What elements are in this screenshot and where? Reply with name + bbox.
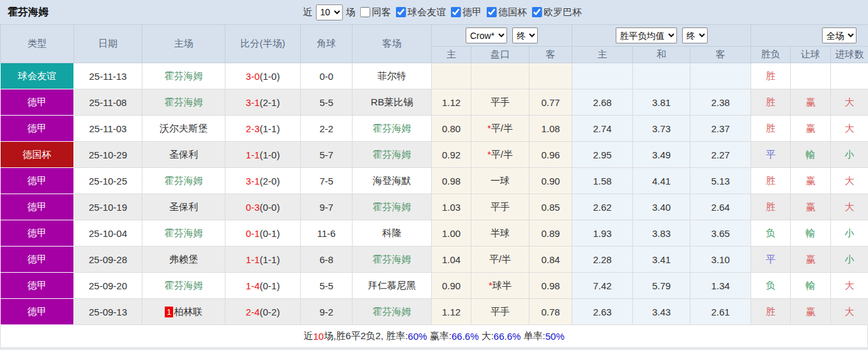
match-type-cell: 球会友谊 xyxy=(1,63,74,89)
home-team[interactable]: 沃尔夫斯堡 xyxy=(142,116,225,142)
filter-controls: 近 10 场 同客 球会友谊 德甲 德国杯 欧罗巴杯 xyxy=(302,0,582,24)
odds-away: 0.77 xyxy=(529,89,572,116)
away-team[interactable]: 菲尔特 xyxy=(353,63,432,89)
result-wdl: 胜 xyxy=(751,299,791,325)
subheader-avg-draw: 和 xyxy=(633,47,690,63)
result-goals: 大 xyxy=(831,168,868,194)
avg-away xyxy=(690,63,751,89)
corners: 7-5 xyxy=(301,168,353,194)
competition-friendly-checkbox[interactable] xyxy=(395,7,406,17)
avg-away: 2.37 xyxy=(690,116,751,142)
result-handicap: 赢 xyxy=(791,194,831,220)
odds-away: 0.78 xyxy=(529,299,572,325)
competition-bundesliga-label: 德甲 xyxy=(462,6,482,19)
odds-home: 1.00 xyxy=(432,220,471,247)
corners: 0-0 xyxy=(301,63,353,89)
result-handicap: 赢 xyxy=(791,116,831,142)
odds-handicap: 平手 xyxy=(471,89,529,116)
odds-handicap: *平/半 xyxy=(471,142,529,168)
avg-home: 1.58 xyxy=(572,168,633,194)
home-team[interactable]: 霍芬海姆 xyxy=(142,89,225,116)
odds-handicap: 平手 xyxy=(471,299,529,325)
summary-segment: 50% xyxy=(545,331,565,342)
away-team[interactable]: 科隆 xyxy=(353,220,432,247)
avg-home: 2.74 xyxy=(572,116,633,142)
table-row: 德甲25-10-19圣保利0-3(0-0)9-7霍芬海姆1.03平手0.852.… xyxy=(1,194,868,220)
same-venue-label: 同客 xyxy=(372,6,391,19)
score: 0-1(0-1) xyxy=(225,220,301,247)
avg-draw: 3.83 xyxy=(633,220,690,247)
avg-type-select[interactable]: 胜平负均值 xyxy=(616,27,677,43)
table-row: 德甲25-11-08霍芬海姆3-1(2-1)5-5RB莱比锡1.12平手0.77… xyxy=(1,89,868,116)
odds-company-select[interactable]: Crow* xyxy=(466,27,507,43)
subheader-avg-home: 主 xyxy=(572,47,633,63)
result-goals: 小 xyxy=(831,247,868,273)
away-team[interactable]: RB莱比锡 xyxy=(353,89,432,116)
match-type-cell: 德甲 xyxy=(1,168,74,194)
summary-segment: 近 xyxy=(303,330,313,342)
away-team[interactable]: 霍芬海姆 xyxy=(353,194,432,220)
home-team[interactable]: 圣保利 xyxy=(142,194,225,220)
same-venue-checkbox[interactable] xyxy=(360,7,370,17)
home-team[interactable]: 弗赖堡 xyxy=(142,247,225,273)
avg-state-select[interactable]: 终 xyxy=(682,27,708,43)
away-team[interactable]: 霍芬海姆 xyxy=(353,299,432,325)
match-type-cell: 德国杯 xyxy=(1,142,74,168)
away-team[interactable]: 霍芬海姆 xyxy=(353,116,432,142)
avg-draw: 3.81 xyxy=(633,89,690,116)
competition-dfbpokal-checkbox[interactable] xyxy=(486,7,496,17)
odds-home: 0.90 xyxy=(432,273,471,299)
away-team[interactable]: 海登海默 xyxy=(353,168,432,194)
corners: 9-7 xyxy=(301,194,353,220)
odds-handicap: 平手 xyxy=(471,194,529,220)
odds-handicap: 平/半 xyxy=(471,247,529,273)
odds-home: 1.03 xyxy=(432,194,471,220)
match-type-cell: 德甲 xyxy=(1,220,74,247)
match-date: 25-10-04 xyxy=(74,220,142,247)
col-header-score: 比分(半场) xyxy=(225,25,301,63)
score: 1-1(1-1) xyxy=(225,247,301,273)
subheader-handicap-result: 让球 xyxy=(791,47,831,63)
away-team[interactable]: 霍芬海姆 xyxy=(353,247,432,273)
result-handicap: 赢 xyxy=(791,89,831,116)
home-team[interactable]: 霍芬海姆 xyxy=(142,220,225,247)
avg-home: 7.42 xyxy=(572,273,633,299)
avg-draw: 3.43 xyxy=(633,299,690,325)
home-team[interactable]: 圣保利 xyxy=(142,142,225,168)
score: 3-1(2-1) xyxy=(225,89,301,116)
home-team[interactable]: 1柏林联 xyxy=(142,299,225,325)
match-table-body: 球会友谊25-11-13霍芬海姆3-0(1-0)0-0菲尔特胜德甲25-11-0… xyxy=(1,63,868,325)
score: 0-3(0-0) xyxy=(225,194,301,220)
avg-away: 5.13 xyxy=(690,168,751,194)
subheader-odds-home: 主 xyxy=(432,47,471,63)
competition-bundesliga-checkbox[interactable] xyxy=(450,7,461,17)
summary-segment: 10 xyxy=(313,331,324,342)
result-goals: 小 xyxy=(831,142,868,168)
home-team[interactable]: 霍芬海姆 xyxy=(142,168,225,194)
match-date: 25-11-03 xyxy=(74,116,142,142)
avg-draw: 3.73 xyxy=(633,116,690,142)
scope-select[interactable]: 全场 xyxy=(822,27,857,43)
odds-handicap xyxy=(471,63,529,89)
competition-europa-checkbox[interactable] xyxy=(531,7,542,17)
subheader-result: 胜负 xyxy=(751,47,791,63)
match-date: 25-11-13 xyxy=(74,63,142,89)
rank-badge: 1 xyxy=(165,307,173,317)
avg-dropdown-group: 胜平负均值 终 xyxy=(572,25,751,47)
odds-away: 0.84 xyxy=(529,247,572,273)
away-team[interactable]: 拜仁慕尼黑 xyxy=(353,273,432,299)
recent-count-select[interactable]: 10 xyxy=(316,4,342,20)
avg-draw: 5.79 xyxy=(633,273,690,299)
table-row: 德甲25-09-28弗赖堡1-1(1-1)6-8霍芬海姆1.04平/半0.842… xyxy=(1,247,868,273)
avg-draw: 4.41 xyxy=(633,168,690,194)
home-team[interactable]: 霍芬海姆 xyxy=(142,63,225,89)
away-team[interactable]: 霍芬海姆 xyxy=(353,142,432,168)
home-team[interactable]: 霍芬海姆 xyxy=(142,273,225,299)
result-wdl: 平 xyxy=(751,142,791,168)
games-label: 场 xyxy=(346,6,355,19)
result-goals: 小 xyxy=(831,220,868,247)
avg-draw: 3.41 xyxy=(633,247,690,273)
odds-away: 1.08 xyxy=(529,116,572,142)
odds-company-state-select[interactable]: 终 xyxy=(512,27,538,43)
match-date: 25-10-29 xyxy=(74,142,142,168)
